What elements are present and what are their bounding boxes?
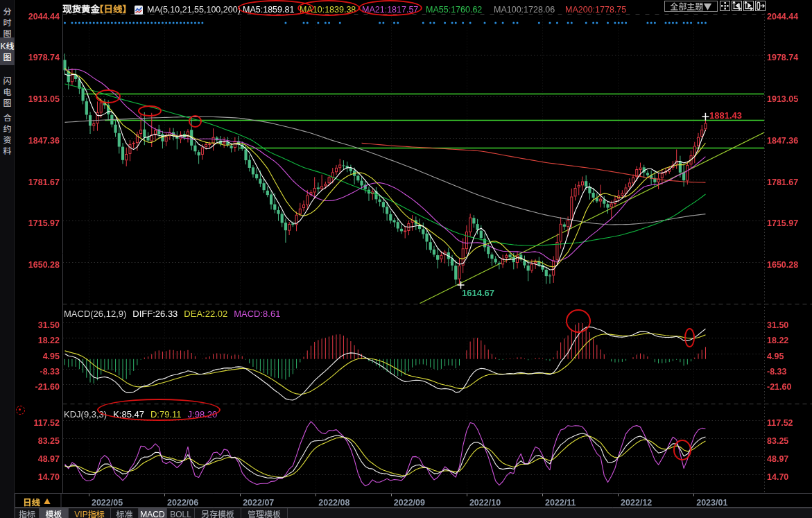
tab-standard[interactable]: 标准 <box>111 508 139 518</box>
price-tick-label: 117.52 <box>767 415 793 429</box>
month-tick-label: 2022/11 <box>545 495 576 508</box>
price-tick-label: 1978.74 <box>767 50 798 63</box>
price-tick-label: -21.60 <box>12 379 60 392</box>
macd-value: MACD:8.61 <box>234 307 280 320</box>
ma21-value: MA21:1817.57 <box>362 2 418 15</box>
price-tick-label: 1781.67 <box>767 175 798 188</box>
kdj-params-label: KDJ(9,3,3) <box>64 407 107 420</box>
kdj-d-value: D:79.11 <box>150 407 182 420</box>
export-right-icon[interactable] <box>755 1 766 11</box>
month-tick-label: 2022/12 <box>621 495 652 508</box>
price-tick-label: 4.95 <box>767 349 784 362</box>
macd-diff-value: DIFF:26.33 <box>132 307 178 320</box>
tab-vip-indicator[interactable]: VIP指标 <box>69 508 111 518</box>
month-tick-label: 2022/06 <box>167 495 198 508</box>
price-tick-label: 14.70 <box>12 469 60 483</box>
ma55-value: MA55:1760.62 <box>426 2 482 15</box>
price-tick-label: 14.70 <box>767 469 788 483</box>
tab-boll[interactable]: BOLL <box>167 508 195 518</box>
tab-save-template[interactable]: 另存模板 <box>195 508 241 518</box>
month-tick-label: 2022/05 <box>92 495 123 508</box>
kdj-pane-header: KDJ(9,3,3)K:85.47D:79.11J:98.20 <box>64 407 223 420</box>
price-tick-label: -8.33 <box>767 364 787 377</box>
price-tick-label: 31.50 <box>767 318 788 331</box>
macd-params-label: MACD(26,12,9) <box>64 307 126 320</box>
zoom-y-axis-icon[interactable] <box>732 1 742 11</box>
bottom-tab-bar: 指标 模板 VIP指标 标准 MACD BOLL 另存模板 管理模板 <box>0 508 812 518</box>
period-title: 【日线】 <box>94 1 132 15</box>
tab-macd[interactable]: MACD <box>139 508 167 518</box>
sidebar: 分时图 K线图 闪电图 合约资料 <box>0 0 15 518</box>
macd-dea-value: DEA:22.02 <box>184 307 227 320</box>
price-tick-label: 1847.36 <box>12 133 60 146</box>
sidebar-item-kline-chart[interactable]: K线图 <box>0 37 15 65</box>
theme-dropdown-button[interactable]: 全部主题▼ <box>664 1 718 12</box>
month-tick-label: 2022/09 <box>394 495 425 508</box>
ma100-value: MA100:1728.06 <box>494 2 555 15</box>
ma5-value: MA5:1859.81 <box>243 2 294 15</box>
price-tick-label: 48.97 <box>12 451 60 465</box>
play-right-icon[interactable] <box>743 1 754 11</box>
price-tick-label: 18.22 <box>767 333 788 346</box>
sidebar-item-lightning-chart[interactable]: 闪电图 <box>0 72 15 111</box>
ma-params-label: MA(5,10,21,55,100,200) <box>147 2 241 15</box>
month-tick-label: 2022/08 <box>318 495 349 508</box>
trading-terminal-window: 现货黄金 【日线】 MA(5,10,21,55,100,200) MA5:185… <box>0 0 812 518</box>
price-tick-label: 1913.05 <box>767 92 798 105</box>
tab-indicator[interactable]: 指标 <box>15 508 40 518</box>
kdj-k-value: K:85.47 <box>113 407 144 420</box>
high-price-label: 1881.43 <box>709 108 742 121</box>
month-tick-label: 2023/01 <box>696 495 727 508</box>
price-tick-label: 48.97 <box>767 451 788 465</box>
macd-pane-header: MACD(26,12,9)DIFF:26.33DEA:22.02MACD:8.6… <box>64 307 286 320</box>
month-tick-label: 2022/10 <box>469 495 501 508</box>
ma10-value: MA10:1839.38 <box>300 2 356 15</box>
price-tick-label: 1715.97 <box>12 216 60 229</box>
annotation-sun-marker <box>16 406 25 415</box>
price-tick-label: 4.95 <box>12 349 60 362</box>
period-up-arrow-icon[interactable]: ▲ <box>44 496 51 506</box>
price-tick-label: 1913.05 <box>12 92 60 105</box>
price-tick-label: -8.33 <box>12 364 60 377</box>
price-tick-label: 83.25 <box>12 433 60 447</box>
price-tick-label: 18.22 <box>12 333 60 346</box>
month-tick-label: 2022/07 <box>243 495 274 508</box>
tab-manage-template[interactable]: 管理模板 <box>241 508 288 518</box>
price-tick-label: 1847.36 <box>767 133 798 146</box>
low-price-label: 1614.67 <box>462 286 494 299</box>
ma200-value: MA200:1778.75 <box>565 2 626 15</box>
price-tick-label: -21.60 <box>767 379 791 392</box>
kline-chart-canvas[interactable] <box>0 0 812 518</box>
pan-icon[interactable] <box>720 1 730 11</box>
period-selector-label[interactable]: 日线 <box>23 495 40 508</box>
topbar: 现货黄金 【日线】 MA(5,10,21,55,100,200) MA5:185… <box>0 0 812 13</box>
tab-template[interactable]: 模板 <box>40 508 69 518</box>
price-tick-label: 117.52 <box>12 415 60 429</box>
kdj-j-value: J:98.20 <box>188 407 218 420</box>
price-tick-label: 1715.97 <box>767 216 798 229</box>
price-tick-label: 1650.28 <box>767 257 798 270</box>
time-axis-row: 日线 ▲ 2022/052022/062022/072022/082022/09… <box>0 494 812 508</box>
price-tick-label: 1781.67 <box>12 175 60 188</box>
price-tick-label: 83.25 <box>767 433 788 447</box>
price-tick-label: 1650.28 <box>12 257 60 270</box>
chart-type-icon[interactable] <box>135 1 143 10</box>
price-tick-label: 1978.74 <box>12 50 60 63</box>
price-tick-label: 31.50 <box>12 318 60 331</box>
sidebar-item-contract-info[interactable]: 合约资料 <box>0 109 15 159</box>
